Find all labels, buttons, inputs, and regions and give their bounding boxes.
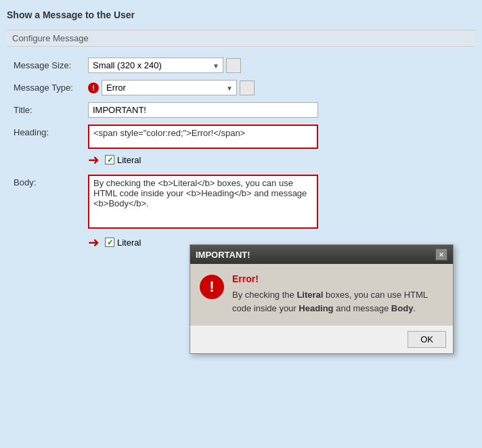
error-type-icon: ! [88,83,99,93]
message-type-label: Message Type: [14,80,88,93]
body-label: Body: [14,175,88,187]
dialog-text: By checking the Literal boxes, you can u… [232,288,443,315]
body-literal-label: Literal [117,238,141,248]
page-title: Show a Message to the User [7,7,475,23]
dialog-heading: Error! [232,273,443,284]
body-control: By checking the <b>Literal</b> boxes, yo… [88,175,468,250]
title-label: Title: [14,102,88,115]
form-area: Message Size: Small (320 x 240) Medium (… [7,55,475,260]
message-size-select[interactable]: Small (320 x 240) Medium (480 x 320) Lar… [88,58,223,73]
heading-control: <span style="color:red;">Error!</span> ➜… [88,125,468,168]
message-size-row: Message Size: Small (320 x 240) Medium (… [14,58,468,73]
message-size-control: Small (320 x 240) Medium (480 x 320) Lar… [88,58,468,73]
dialog-error-icon: ! [200,275,224,299]
dialog-ok-button[interactable]: OK [408,331,446,348]
body-textarea[interactable]: By checking the <b>Literal</b> boxes, yo… [88,175,318,229]
message-size-label: Message Size: [14,58,88,70]
preview-dialog: IMPORTANT! × ! Error! By checking the Li… [190,244,454,354]
message-type-control: ! Error Warning Information [88,80,468,95]
heading-label: Heading: [14,125,88,137]
body-row: Body: By checking the <b>Literal</b> box… [14,175,468,250]
title-input[interactable] [88,102,318,118]
dialog-footer: OK [190,325,453,353]
heading-literal-checkbox[interactable]: ✓ [105,155,114,164]
message-type-select-container: Error Warning Information [102,80,237,95]
section-header: Configure Message [7,30,475,47]
heading-row: Heading: <span style="color:red;">Error!… [14,125,468,168]
title-row: Title: [14,102,468,118]
heading-literal-wrapper: ➜ ✓ Literal [88,152,318,168]
message-size-select-container: Small (320 x 240) Medium (480 x 320) Lar… [88,58,223,73]
dialog-body: ! Error! By checking the Literal boxes, … [190,264,453,325]
dialog-title: IMPORTANT! [196,250,250,260]
message-type-btn[interactable] [240,81,255,95]
body-literal-checkbox[interactable]: ✓ [105,238,114,247]
dialog-titlebar: IMPORTANT! × [190,245,453,264]
heading-textarea[interactable]: <span style="color:red;">Error!</span> [88,125,318,149]
type-select-wrapper: ! Error Warning Information [88,80,237,95]
body-block: By checking the <b>Literal</b> boxes, yo… [88,175,318,250]
dialog-content: Error! By checking the Literal boxes, yo… [232,273,443,315]
heading-arrow-icon: ➜ [88,152,100,168]
heading-block: <span style="color:red;">Error!</span> ➜… [88,125,318,168]
message-type-row: Message Type: ! Error Warning Informatio… [14,80,468,95]
message-type-select[interactable]: Error Warning Information [102,80,237,95]
dialog-close-button[interactable]: × [435,248,447,261]
body-arrow-icon: ➜ [88,234,100,250]
message-size-btn[interactable] [226,58,241,73]
title-control [88,102,468,118]
heading-literal-label: Literal [117,155,141,165]
